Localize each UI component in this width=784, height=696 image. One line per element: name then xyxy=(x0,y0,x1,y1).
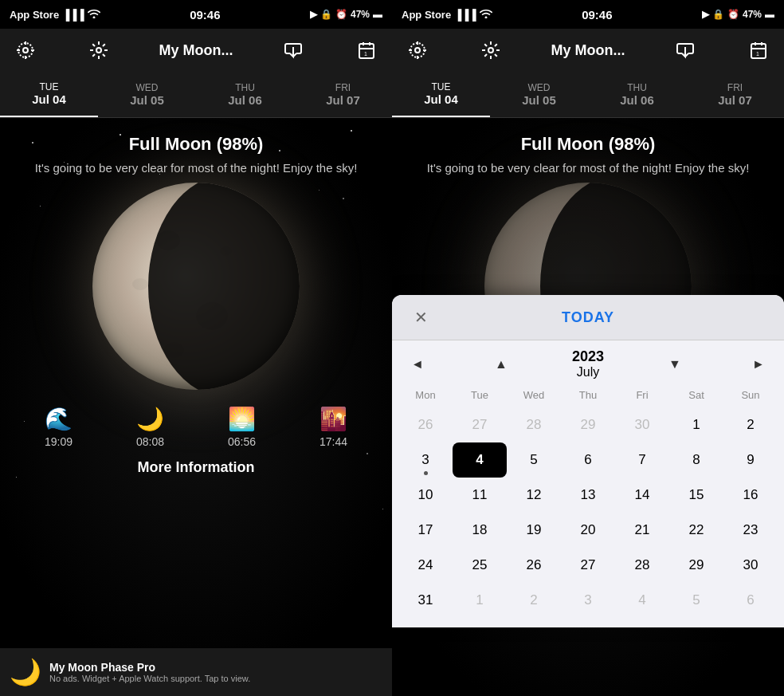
svg-point-18 xyxy=(488,48,493,53)
prev-month-button[interactable]: ◄ xyxy=(405,352,430,377)
times-row-left: 🌊 19:09 🌙 08:08 🌅 06:56 🌇 17:44 xyxy=(0,398,392,456)
calendar-grid: 26 27 28 29 30 1 2 3 4 5 6 7 8 9 10 11 1… xyxy=(392,407,784,627)
share-button-left[interactable] xyxy=(280,37,306,63)
status-left-icons-right: App Store ▐▐▐ xyxy=(402,9,492,21)
cal-cell-1[interactable]: 1 xyxy=(669,407,723,442)
next-week-icon: ▼ xyxy=(668,357,681,372)
calendar-button-right[interactable]: 1 xyxy=(746,37,771,63)
sunrise-time-left: 🌅 06:56 xyxy=(228,406,256,448)
toolbar-left: My Moon... 1 xyxy=(0,29,392,72)
cal-cell-2[interactable]: 2 xyxy=(723,407,778,442)
cal-cell-15[interactable]: 15 xyxy=(669,478,723,513)
moon-circle-left xyxy=(92,183,300,390)
cal-cell-18[interactable]: 18 xyxy=(453,513,507,548)
cal-cell-26-prev[interactable]: 26 xyxy=(398,407,453,442)
calendar-month-year: 2023 July xyxy=(572,348,604,379)
day-header-thu: Thu xyxy=(561,386,615,404)
more-info-button-left[interactable]: More Information xyxy=(138,459,255,476)
cal-cell-29-prev[interactable]: 29 xyxy=(561,407,615,442)
wifi-icon-right xyxy=(480,9,492,21)
day-header-wed: Wed xyxy=(507,386,561,404)
close-icon: ✕ xyxy=(414,308,428,327)
cal-cell-23[interactable]: 23 xyxy=(723,513,778,548)
cal-cell-9[interactable]: 9 xyxy=(723,442,778,478)
cal-cell-30[interactable]: 30 xyxy=(723,548,778,583)
signal-icon-left: ▐▐▐ xyxy=(62,9,84,21)
moonset-icon-left: 🌙 xyxy=(136,406,164,432)
date-tab-fri-right[interactable]: FRI Jul 07 xyxy=(686,72,784,117)
cal-cell-5-next[interactable]: 5 xyxy=(669,583,723,618)
right-panel: App Store ▐▐▐ 09:46 ▶ 🔒 ⏰ 47% ▬ xyxy=(392,0,784,696)
cal-cell-21[interactable]: 21 xyxy=(615,513,669,548)
cal-cell-4-next[interactable]: 4 xyxy=(615,583,669,618)
lock-icon-right: 🔒 xyxy=(712,9,724,20)
ad-icon-left: 🌙 xyxy=(10,657,41,687)
svg-text:1: 1 xyxy=(364,51,367,57)
date-tab-fri-left[interactable]: FRI Jul 07 xyxy=(294,72,392,117)
location-button-right[interactable] xyxy=(405,37,430,63)
cal-cell-7[interactable]: 7 xyxy=(615,442,669,478)
cal-cell-4-today[interactable]: 4 xyxy=(453,442,507,478)
cal-cell-11[interactable]: 11 xyxy=(453,478,507,513)
cal-cell-25[interactable]: 25 xyxy=(453,548,507,583)
moonrise-time-left: 🌊 19:09 xyxy=(45,406,73,448)
cal-cell-31[interactable]: 31 xyxy=(398,583,453,618)
battery-right: 47% xyxy=(743,9,762,20)
status-bar-left: App Store ▐▐▐ 09:46 ▶ 🔒 ⏰ 47% ▬ xyxy=(0,0,392,29)
cal-cell-26[interactable]: 26 xyxy=(507,548,561,583)
footer-ad-left[interactable]: 🌙 My Moon Phase Pro No ads. Widget + App… xyxy=(0,648,392,696)
cal-cell-28[interactable]: 28 xyxy=(615,548,669,583)
cal-cell-16[interactable]: 16 xyxy=(723,478,778,513)
moonrise-value-left: 19:09 xyxy=(45,435,73,448)
cal-cell-24[interactable]: 24 xyxy=(398,548,453,583)
calendar-close-button[interactable]: ✕ xyxy=(408,305,433,330)
cal-cell-27[interactable]: 27 xyxy=(561,548,615,583)
cal-cell-12[interactable]: 12 xyxy=(507,478,561,513)
carrier-left: App Store xyxy=(10,9,59,21)
cal-cell-27-prev[interactable]: 27 xyxy=(453,407,507,442)
cal-cell-17[interactable]: 17 xyxy=(398,513,453,548)
cal-cell-3[interactable]: 3 xyxy=(398,442,453,478)
next-month-button[interactable]: ► xyxy=(746,352,771,377)
prev-month-icon: ◄ xyxy=(411,357,424,372)
calendar-button-left[interactable]: 1 xyxy=(354,37,379,63)
calendar-today-label[interactable]: TODAY xyxy=(562,309,614,326)
cal-cell-20[interactable]: 20 xyxy=(561,513,615,548)
cal-cell-29[interactable]: 29 xyxy=(669,548,723,583)
settings-button-right[interactable] xyxy=(478,37,504,63)
alarm-icon-right: ⏰ xyxy=(727,9,739,20)
date-tab-wed-right[interactable]: WED Jul 05 xyxy=(490,72,588,117)
date-tab-thu-right[interactable]: THU Jul 06 xyxy=(588,72,686,117)
cal-cell-2-next[interactable]: 2 xyxy=(507,583,561,618)
share-button-right[interactable] xyxy=(672,37,698,63)
date-tab-tue-left[interactable]: TUE Jul 04 xyxy=(0,72,98,117)
cal-cell-28-prev[interactable]: 28 xyxy=(507,407,561,442)
date-tab-thu-left[interactable]: THU Jul 06 xyxy=(196,72,294,117)
settings-button-left[interactable] xyxy=(86,37,112,63)
cal-cell-19[interactable]: 19 xyxy=(507,513,561,548)
day-header-mon: Mon xyxy=(398,386,453,404)
left-panel: App Store ▐▐▐ 09:46 ▶ 🔒 ⏰ 47% ▬ xyxy=(0,0,392,696)
cal-cell-6-next[interactable]: 6 xyxy=(723,583,778,618)
cal-cell-8[interactable]: 8 xyxy=(669,442,723,478)
cal-cell-5[interactable]: 5 xyxy=(507,442,561,478)
cal-cell-30-prev[interactable]: 30 xyxy=(615,407,669,442)
date-tab-tue-right[interactable]: TUE Jul 04 xyxy=(392,72,490,117)
status-bar-right: App Store ▐▐▐ 09:46 ▶ 🔒 ⏰ 47% ▬ xyxy=(392,0,784,29)
prev-week-button[interactable]: ▲ xyxy=(488,352,514,377)
date-tabs-right: TUE Jul 04 WED Jul 05 THU Jul 06 FRI Jul… xyxy=(392,72,784,118)
cal-cell-22[interactable]: 22 xyxy=(669,513,723,548)
sunset-icon-left: 🌇 xyxy=(319,406,347,432)
cal-cell-14[interactable]: 14 xyxy=(615,478,669,513)
cal-cell-13[interactable]: 13 xyxy=(561,478,615,513)
location-button-left[interactable] xyxy=(13,37,38,63)
nav-group-right: ▼ xyxy=(662,352,688,377)
cal-cell-6[interactable]: 6 xyxy=(561,442,615,478)
cal-cell-10[interactable]: 10 xyxy=(398,478,453,513)
time-right: 09:46 xyxy=(582,8,612,22)
alarm-icon-left: ⏰ xyxy=(335,9,347,20)
cal-cell-1-next[interactable]: 1 xyxy=(453,583,507,618)
cal-cell-3-next[interactable]: 3 xyxy=(561,583,615,618)
next-week-button[interactable]: ▼ xyxy=(662,352,688,377)
date-tab-wed-left[interactable]: WED Jul 05 xyxy=(98,72,196,117)
